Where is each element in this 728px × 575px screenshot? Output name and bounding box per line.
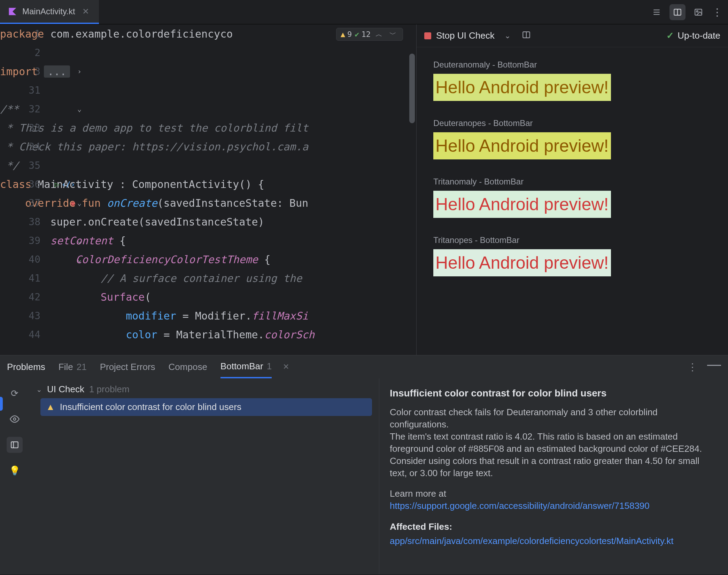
inspections-widget[interactable]: ▲9 ✔12 ︿ ﹀ [336,28,403,41]
preview-status: ✓ Up-to-date [666,30,720,41]
file-tab-mainactivity[interactable]: MainActivity.kt ✕ [0,0,99,24]
problem-detail: Insufficient color contrast for color bl… [379,378,728,574]
tree-group-uicheck[interactable]: ⌄ UI Check 1 problem [36,384,372,395]
fold-icon[interactable]: ⌄ [77,180,82,188]
tree-item-contrast[interactable]: ▲ Insufficient color contrast for color … [40,398,372,416]
preview-item-render: Hello Android preview! [433,191,611,218]
split-view-button[interactable] [669,4,686,20]
preview-item-title: Tritanopes - BottomBar [433,235,711,245]
preview-item-render: Hello Android preview! [433,249,611,276]
preview-item-title: Deuteranopes - BottomBar [433,118,711,128]
code-only-view-button[interactable] [649,4,665,20]
nav-gutter-icon[interactable]: ‹/› [61,180,75,189]
fold-icon[interactable]: ⌄ [77,105,82,113]
inspections-next-icon[interactable]: ﹀ [387,30,398,39]
preview-layout-icon[interactable] [522,30,531,41]
check-icon: ✓ [666,30,674,41]
preview-item[interactable]: Tritanopes - BottomBarHello Android prev… [433,235,711,276]
run-gutter-icon[interactable]: ▷ [55,180,59,189]
preview-item-title: Deuteranomaly - BottomBar [433,60,711,70]
preview-item-render: Hello Android preview! [433,74,611,101]
intention-bulb-icon[interactable]: 💡 [7,463,23,479]
active-tool-window-indicator [0,397,3,411]
problems-tab-project[interactable]: Project Errors [100,355,155,378]
problems-tab-compose[interactable]: Compose [169,355,207,378]
code-editor[interactable]: ▲9 ✔12 ︿ ﹀ 1 package com.example.colorde… [0,24,416,355]
problems-tree[interactable]: ⌄ UI Check 1 problem ▲ Insufficient colo… [29,378,379,574]
file-tab-label: MainActivity.kt [22,7,75,16]
problems-panel: Problems File21 Project Errors Compose B… [0,355,728,574]
svg-point-9 [14,418,16,420]
problems-tab-file[interactable]: File21 [59,355,87,378]
problem-heading: Insufficient color contrast for color bl… [390,387,718,400]
problems-title: Problems [7,362,45,372]
close-tab-icon[interactable]: ✕ [80,7,91,16]
preview-item-title: Tritanomaly - BottomBar [433,177,711,187]
problems-more-icon[interactable]: ⋮ [688,361,697,373]
fold-icon[interactable]: ⌄ [77,199,82,207]
details-view-icon[interactable] [7,437,23,453]
affected-file-link[interactable]: app/src/main/java/com/example/colordefic… [390,535,718,547]
kotlin-file-icon [8,7,17,16]
editor-tab-bar: MainActivity.kt ✕ ⋮ [0,0,728,24]
svg-point-6 [697,10,698,12]
design-view-button[interactable] [690,4,706,20]
pass-count: 12 [362,30,371,39]
warning-count: 9 [347,30,352,39]
fold-icon[interactable]: › [77,67,82,76]
problems-side-toolbar: ⟳ 💡 [0,378,29,574]
stop-icon[interactable] [424,32,431,39]
refresh-icon[interactable]: ⟳ [7,385,23,401]
svg-rect-10 [11,442,18,448]
preview-item-render: Hello Android preview! [433,132,611,159]
check-icon: ✔ [355,30,359,39]
problems-tab-bottombar[interactable]: BottomBar1 [220,355,272,378]
inspections-prev-icon[interactable]: ︿ [373,30,385,39]
warning-icon: ▲ [46,402,55,412]
override-gutter-icon[interactable]: ◉ [71,199,75,207]
fold-icon[interactable]: ⌄ [77,236,82,245]
chevron-down-icon: ⌄ [36,385,42,394]
preview-item[interactable]: Deuteranomaly - BottomBarHello Android p… [433,60,711,101]
preview-item[interactable]: Deuteranopes - BottomBarHello Android pr… [433,118,711,159]
preview-item[interactable]: Tritanomaly - BottomBarHello Android pre… [433,177,711,218]
compose-preview-pane: Stop UI Check ⌄ ✓ Up-to-date Deuteranoma… [416,24,728,355]
visibility-icon[interactable] [7,411,23,427]
warning-icon: ▲ [341,30,345,39]
learn-more-link[interactable]: https://support.google.com/accessibility… [390,501,650,511]
fold-icon[interactable]: ⌄ [77,255,82,263]
stop-ui-check-button[interactable]: Stop UI Check [436,30,495,41]
tabbar-more-icon[interactable]: ⋮ [711,7,722,17]
affected-files-label: Affected Files: [390,521,718,533]
preview-dropdown-icon[interactable]: ⌄ [504,31,511,40]
close-tab-icon[interactable]: ✕ [283,362,289,371]
